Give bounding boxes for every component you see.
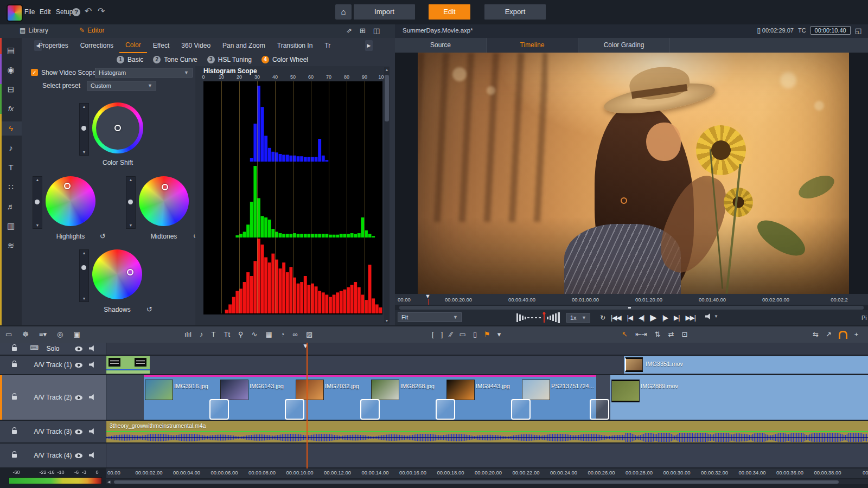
duplicate-icon[interactable]: ⊞ [360,27,366,35]
color-shift-slider[interactable]: ▲▼ [79,103,89,156]
subtab-color-wheel[interactable]: 4Color Wheel [261,56,308,63]
highlights-slider[interactable]: ▲▼ [33,176,42,229]
export-button[interactable]: Export [484,4,546,20]
transition[interactable] [209,399,229,420]
marker-icon[interactable]: ⚑ [484,328,490,342]
slider-up-icon[interactable]: ▲ [80,251,88,255]
play-icon[interactable]: ▶ [650,312,656,323]
effects-icon[interactable]: ◉ [0,63,22,77]
tab-transition-in[interactable]: Transition In [271,38,319,53]
redo-icon[interactable]: ↷ [98,6,105,16]
keyframe-panel-icon[interactable]: ▥ [0,219,22,233]
slider-thumb[interactable] [81,126,86,131]
shuttle-control[interactable] [516,312,564,324]
shadows-marker[interactable] [127,269,133,275]
tab-tr[interactable]: Tr [318,38,336,53]
highlights-wheel[interactable] [46,176,95,226]
tabs-scroll-right-icon[interactable]: ▶ [365,40,373,51]
quick-export-icon[interactable]: ⇗ [346,27,352,35]
tab-pan-and-zoom[interactable]: Pan and Zoom [216,38,271,53]
track-options-icon[interactable]: ≡▾ [39,328,47,342]
clip-img9443-jpg[interactable]: IMG9443.jpg [445,375,521,420]
projects-icon[interactable]: ⊟ [0,82,22,97]
transition[interactable] [511,399,531,420]
montage-icon[interactable]: ∷ [0,180,22,194]
playhead-icon[interactable]: ▼ [302,342,309,350]
undo-icon[interactable]: ↶ [85,6,92,16]
clipboard-icon[interactable]: ▣ [73,328,80,342]
prev-clip-icon[interactable]: |◀ [627,314,633,322]
help-icon[interactable]: ? [72,8,80,16]
mark-out-icon[interactable]: ] [441,328,443,342]
timecode-field[interactable]: 00:00:10.40 [810,26,851,35]
scorefitter-icon[interactable]: ♬ [0,200,22,214]
go-start-icon[interactable]: |◀◀ [611,314,621,322]
subtab-basic[interactable]: 1Basic [117,56,143,63]
shadows-reset-icon[interactable]: ↺ [146,305,152,313]
slider-down-icon[interactable]: ▼ [33,223,42,227]
tab-effect[interactable]: Effect [147,38,175,53]
background-render-icon[interactable]: ◔ [280,328,285,342]
razor-icon[interactable]: ∕∕ [450,328,452,342]
slider-up-icon[interactable]: ▲ [33,178,42,182]
preset-dropdown[interactable]: Custom▼ [87,81,156,91]
tab-color-grading[interactable]: Color Grading [578,38,670,53]
tab-corrections[interactable]: Corrections [74,38,119,53]
show-video-scope-checkbox[interactable]: ✓ [31,69,38,76]
scroll-up-icon[interactable]: ▲ [384,68,390,72]
scroll-down-icon[interactable]: ▼ [384,319,390,323]
track2-header[interactable]: A/V Track (2) [0,375,106,420]
marker-menu-icon[interactable]: ▾ [497,328,501,342]
go-end-icon[interactable]: ▶▶| [685,314,695,322]
select-tool-icon[interactable]: ↖ [622,328,628,342]
midtones-slider[interactable]: ▲▼ [126,176,136,229]
loop-icon[interactable]: ↻ [600,314,605,322]
slider-thumb[interactable] [81,265,86,270]
scope-type-dropdown[interactable]: Histogram▼ [95,68,193,78]
audio-volume-line[interactable] [106,431,868,432]
zoom-fit-dropdown[interactable]: Fit▼ [398,312,462,322]
preview-scrollbar[interactable] [399,306,864,310]
settings-gear-icon[interactable]: ☸ [22,328,29,342]
magnet-snap-icon[interactable] [839,331,847,339]
delete-clip-icon[interactable]: ▯ [473,328,477,342]
more-icon[interactable]: + [854,328,859,342]
eye-icon[interactable] [75,346,82,351]
transition[interactable] [436,399,455,420]
home-button[interactable]: ⌂ [335,4,352,20]
frame-forward-icon[interactable]: |▶ [662,314,668,322]
group-clips-icon[interactable]: ∞ [293,328,298,342]
snapshot-icon[interactable]: ▨ [306,328,312,342]
highlights-marker[interactable] [64,183,71,189]
undock-icon[interactable]: ◱ [855,27,861,35]
eye-icon[interactable] [75,395,82,400]
track4-lane[interactable] [106,444,868,467]
clip-ps213751724-[interactable]: PS213751724... [521,375,596,420]
slider-down-icon[interactable]: ▼ [126,223,135,227]
timeline-scrollbar-thumb[interactable] [114,480,839,484]
tab-timeline[interactable]: Timeline [487,38,578,53]
edit-media-icon[interactable]: ▤ [0,43,22,57]
edit-mode-button[interactable]: Edit [429,4,470,20]
insert-mode-icon[interactable]: ⇅ [655,328,661,342]
multicam-icon[interactable]: ▦ [265,328,272,342]
slider-up-icon[interactable]: ▲ [126,178,135,182]
slider-thumb[interactable] [128,200,133,204]
color-shift-marker[interactable] [114,125,121,131]
subtitle-editor-icon[interactable]: Tt [224,328,230,342]
audio-effects-icon[interactable]: ≋ [0,239,22,253]
audio-mixer-icon[interactable]: ılıl [184,328,192,342]
preview-ruler[interactable]: 00.0000:00:20.0000:00:40.0000:01:00.0000… [395,294,868,305]
track3-header[interactable]: A/V Track (3) [0,421,106,442]
audio-ducking-icon[interactable]: ∿ [252,328,258,342]
slider-down-icon[interactable]: ▼ [80,150,88,154]
track1-header[interactable]: A/V Track (1) [0,356,106,374]
disc-author-icon[interactable]: ◎ [57,328,63,342]
timeline-scrollbar[interactable]: ◀ [106,479,868,484]
send-to-icon[interactable]: ↗ [826,328,832,342]
scroll-left-icon[interactable]: ◀ [107,480,110,484]
track4-header[interactable]: A/V Track (4) [0,444,106,467]
eye-icon[interactable] [75,363,82,368]
titles-icon[interactable]: T [0,160,22,175]
voice-over-icon[interactable]: ⚲ [238,328,244,342]
